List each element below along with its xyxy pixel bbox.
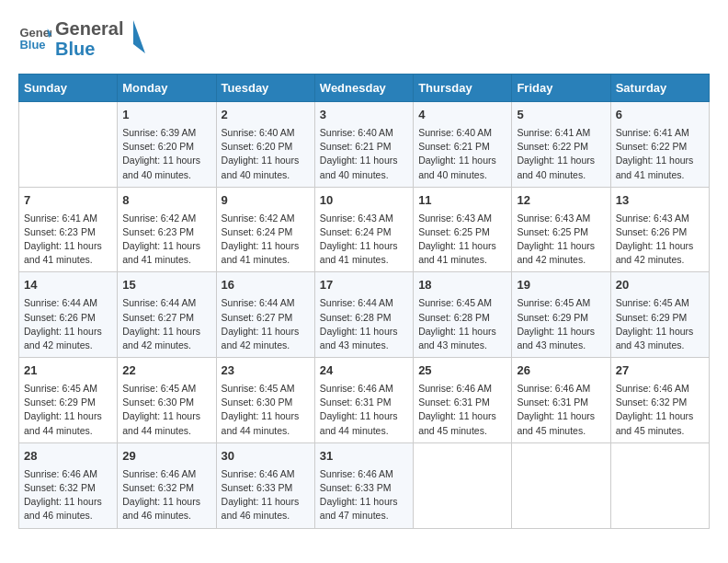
calendar-cell: 4Sunrise: 6:40 AMSunset: 6:21 PMDaylight… [414, 102, 512, 188]
calendar-cell: 27Sunrise: 6:46 AMSunset: 6:32 PMDayligh… [610, 358, 709, 443]
day-info: Sunrise: 6:43 AMSunset: 6:24 PMDaylight:… [320, 212, 408, 268]
calendar-week-row: 28Sunrise: 6:46 AMSunset: 6:32 PMDayligh… [19, 442, 710, 528]
calendar-cell [414, 442, 512, 528]
day-number: 1 [122, 107, 210, 124]
calendar-cell: 7Sunrise: 6:41 AMSunset: 6:23 PMDaylight… [19, 187, 118, 272]
day-info: Sunrise: 6:43 AMSunset: 6:26 PMDaylight:… [616, 212, 704, 268]
day-info: Sunrise: 6:41 AMSunset: 6:22 PMDaylight:… [616, 126, 704, 182]
calendar-cell: 31Sunrise: 6:46 AMSunset: 6:33 PMDayligh… [314, 442, 413, 528]
calendar-cell [19, 102, 118, 188]
day-info: Sunrise: 6:44 AMSunset: 6:26 PMDaylight:… [24, 296, 112, 352]
day-number: 20 [616, 277, 704, 294]
header-cell-thursday: Thursday [414, 75, 512, 102]
day-info: Sunrise: 6:42 AMSunset: 6:24 PMDaylight:… [222, 212, 310, 268]
calendar-cell: 6Sunrise: 6:41 AMSunset: 6:22 PMDaylight… [610, 102, 709, 188]
day-number: 22 [122, 362, 210, 380]
day-number: 4 [418, 107, 506, 124]
calendar-cell: 1Sunrise: 6:39 AMSunset: 6:20 PMDaylight… [118, 102, 216, 188]
calendar-cell: 8Sunrise: 6:42 AMSunset: 6:23 PMDaylight… [118, 187, 216, 272]
day-number: 27 [616, 362, 704, 380]
logo-sail-icon [119, 18, 147, 55]
day-info: Sunrise: 6:46 AMSunset: 6:31 PMDaylight:… [320, 382, 408, 438]
day-info: Sunrise: 6:41 AMSunset: 6:22 PMDaylight:… [517, 126, 605, 182]
calendar-cell: 10Sunrise: 6:43 AMSunset: 6:24 PMDayligh… [314, 187, 413, 272]
calendar-body: 1Sunrise: 6:39 AMSunset: 6:20 PMDaylight… [19, 102, 710, 529]
day-info: Sunrise: 6:39 AMSunset: 6:20 PMDaylight:… [122, 126, 210, 182]
calendar-cell [512, 442, 610, 528]
day-number: 15 [122, 277, 210, 294]
day-number: 23 [222, 362, 310, 380]
day-info: Sunrise: 6:42 AMSunset: 6:23 PMDaylight:… [122, 212, 210, 268]
day-info: Sunrise: 6:41 AMSunset: 6:23 PMDaylight:… [24, 212, 112, 268]
day-info: Sunrise: 6:43 AMSunset: 6:25 PMDaylight:… [418, 212, 506, 268]
logo-blue: Blue [55, 39, 123, 59]
day-info: Sunrise: 6:45 AMSunset: 6:29 PMDaylight:… [517, 296, 605, 352]
day-number: 25 [418, 362, 506, 380]
day-number: 28 [24, 448, 112, 465]
page-header: General Blue General Blue [18, 18, 710, 59]
calendar-cell: 2Sunrise: 6:40 AMSunset: 6:20 PMDaylight… [216, 102, 314, 188]
header-cell-sunday: Sunday [19, 75, 118, 102]
calendar-cell: 30Sunrise: 6:46 AMSunset: 6:33 PMDayligh… [216, 442, 314, 528]
calendar-cell: 19Sunrise: 6:45 AMSunset: 6:29 PMDayligh… [512, 272, 610, 358]
calendar-cell: 9Sunrise: 6:42 AMSunset: 6:24 PMDaylight… [216, 187, 314, 272]
day-info: Sunrise: 6:40 AMSunset: 6:20 PMDaylight:… [222, 126, 310, 182]
day-number: 10 [320, 192, 408, 210]
day-number: 31 [320, 448, 408, 465]
calendar-cell: 17Sunrise: 6:44 AMSunset: 6:28 PMDayligh… [314, 272, 413, 358]
day-info: Sunrise: 6:45 AMSunset: 6:29 PMDaylight:… [24, 382, 112, 438]
day-number: 12 [517, 192, 605, 210]
day-info: Sunrise: 6:46 AMSunset: 6:33 PMDaylight:… [222, 467, 310, 523]
day-number: 19 [517, 277, 605, 294]
day-info: Sunrise: 6:40 AMSunset: 6:21 PMDaylight:… [320, 126, 408, 182]
calendar-cell: 20Sunrise: 6:45 AMSunset: 6:29 PMDayligh… [610, 272, 709, 358]
logo-general: General [55, 18, 123, 39]
logo: General Blue General Blue [18, 18, 147, 59]
calendar-cell: 18Sunrise: 6:45 AMSunset: 6:28 PMDayligh… [414, 272, 512, 358]
svg-text:Blue: Blue [19, 38, 45, 52]
calendar-cell: 15Sunrise: 6:44 AMSunset: 6:27 PMDayligh… [118, 272, 216, 358]
day-info: Sunrise: 6:46 AMSunset: 6:33 PMDaylight:… [320, 467, 408, 523]
calendar-cell: 16Sunrise: 6:44 AMSunset: 6:27 PMDayligh… [216, 272, 314, 358]
calendar-week-row: 1Sunrise: 6:39 AMSunset: 6:20 PMDaylight… [19, 102, 710, 188]
day-number: 5 [517, 107, 605, 124]
day-info: Sunrise: 6:43 AMSunset: 6:25 PMDaylight:… [517, 212, 605, 268]
day-info: Sunrise: 6:45 AMSunset: 6:30 PMDaylight:… [222, 382, 310, 438]
calendar-week-row: 14Sunrise: 6:44 AMSunset: 6:26 PMDayligh… [19, 272, 710, 358]
calendar-cell: 26Sunrise: 6:46 AMSunset: 6:31 PMDayligh… [512, 358, 610, 443]
day-number: 30 [222, 448, 310, 465]
calendar-cell: 25Sunrise: 6:46 AMSunset: 6:31 PMDayligh… [414, 358, 512, 443]
day-info: Sunrise: 6:46 AMSunset: 6:31 PMDaylight:… [418, 382, 506, 438]
calendar-cell: 21Sunrise: 6:45 AMSunset: 6:29 PMDayligh… [19, 358, 118, 443]
day-info: Sunrise: 6:45 AMSunset: 6:29 PMDaylight:… [616, 296, 704, 352]
calendar-table: SundayMondayTuesdayWednesdayThursdayFrid… [18, 74, 710, 529]
day-number: 13 [616, 192, 704, 210]
day-number: 7 [24, 192, 112, 210]
day-number: 17 [320, 277, 408, 294]
day-info: Sunrise: 6:45 AMSunset: 6:30 PMDaylight:… [122, 382, 210, 438]
calendar-cell: 3Sunrise: 6:40 AMSunset: 6:21 PMDaylight… [314, 102, 413, 188]
day-number: 29 [122, 448, 210, 465]
calendar-cell: 13Sunrise: 6:43 AMSunset: 6:26 PMDayligh… [610, 187, 709, 272]
header-cell-friday: Friday [512, 75, 610, 102]
calendar-cell: 12Sunrise: 6:43 AMSunset: 6:25 PMDayligh… [512, 187, 610, 272]
day-number: 24 [320, 362, 408, 380]
header-cell-monday: Monday [118, 75, 216, 102]
calendar-cell [610, 442, 709, 528]
day-info: Sunrise: 6:44 AMSunset: 6:28 PMDaylight:… [320, 296, 408, 352]
calendar-cell: 11Sunrise: 6:43 AMSunset: 6:25 PMDayligh… [414, 187, 512, 272]
day-number: 26 [517, 362, 605, 380]
day-info: Sunrise: 6:44 AMSunset: 6:27 PMDaylight:… [222, 296, 310, 352]
calendar-cell: 14Sunrise: 6:44 AMSunset: 6:26 PMDayligh… [19, 272, 118, 358]
day-info: Sunrise: 6:46 AMSunset: 6:32 PMDaylight:… [616, 382, 704, 438]
calendar-cell: 5Sunrise: 6:41 AMSunset: 6:22 PMDaylight… [512, 102, 610, 188]
calendar-cell: 28Sunrise: 6:46 AMSunset: 6:32 PMDayligh… [19, 442, 118, 528]
day-number: 21 [24, 362, 112, 380]
day-number: 11 [418, 192, 506, 210]
day-info: Sunrise: 6:46 AMSunset: 6:31 PMDaylight:… [517, 382, 605, 438]
header-cell-saturday: Saturday [610, 75, 709, 102]
day-info: Sunrise: 6:44 AMSunset: 6:27 PMDaylight:… [122, 296, 210, 352]
day-number: 6 [616, 107, 704, 124]
day-number: 9 [222, 192, 310, 210]
day-info: Sunrise: 6:45 AMSunset: 6:28 PMDaylight:… [418, 296, 506, 352]
